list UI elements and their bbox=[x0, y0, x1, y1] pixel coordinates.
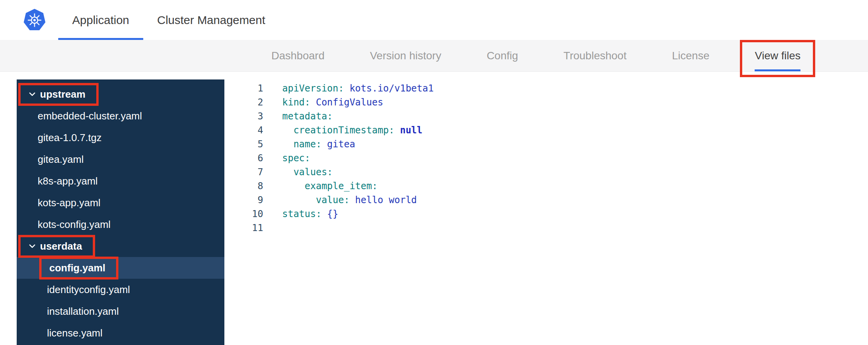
tree-item-gitea-1-0-7-tgz[interactable]: gitea-1.0.7.tgz bbox=[17, 127, 224, 148]
code-token: status: bbox=[282, 209, 321, 219]
code-token: name: bbox=[293, 139, 321, 150]
code-line[interactable]: name: gitea bbox=[282, 137, 868, 151]
nav-tab-view-files[interactable]: View files bbox=[755, 40, 800, 71]
tree-item-content: identityconfig.yaml bbox=[47, 284, 130, 296]
tree-item-userdata[interactable]: userdata bbox=[17, 235, 224, 257]
code-line[interactable]: example_item: bbox=[282, 179, 868, 193]
line-number: 8 bbox=[224, 179, 263, 193]
tree-item-kots-app-yaml[interactable]: kots-app.yaml bbox=[17, 192, 224, 214]
chevron-down-icon[interactable] bbox=[28, 90, 36, 98]
app-nav-bar: DashboardVersion historyConfigTroublesho… bbox=[0, 40, 868, 72]
code-token bbox=[282, 167, 293, 178]
tree-item-label: gitea-1.0.7.tgz bbox=[38, 132, 102, 144]
tree-item-label: kots-config.yaml bbox=[38, 219, 111, 231]
code-token: apiVersion: bbox=[282, 83, 344, 94]
nav-tab-troubleshoot[interactable]: Troubleshoot bbox=[564, 40, 627, 71]
top-tab-cluster-management[interactable]: Cluster Management bbox=[143, 0, 279, 40]
tree-item-label: embedded-cluster.yaml bbox=[38, 110, 142, 122]
tree-item-label: gitea.yaml bbox=[38, 154, 84, 166]
code-token: metadata: bbox=[282, 111, 333, 122]
tree-item-config-yaml[interactable]: config.yaml bbox=[17, 257, 224, 279]
tree-item-content: kots-app.yaml bbox=[38, 197, 101, 209]
tree-item-content: gitea.yaml bbox=[38, 154, 84, 166]
code-line[interactable]: kind: ConfigValues bbox=[282, 95, 868, 109]
tree-item-embedded-cluster-yaml[interactable]: embedded-cluster.yaml bbox=[17, 105, 224, 127]
nav-tab-config[interactable]: Config bbox=[487, 40, 518, 71]
line-number: 2 bbox=[224, 95, 263, 109]
annotation-box: upstream bbox=[18, 83, 99, 106]
top-header: ApplicationCluster Management bbox=[0, 0, 868, 40]
nav-tab-license[interactable]: License bbox=[672, 40, 710, 71]
code-token: null bbox=[400, 125, 422, 136]
tree-item-label: k8s-app.yaml bbox=[38, 175, 98, 187]
line-number: 1 bbox=[224, 81, 263, 95]
tree-item-label: upstream bbox=[40, 88, 85, 100]
code-token: creationTimestamp: bbox=[293, 125, 394, 136]
code-token: kind: bbox=[282, 97, 310, 108]
editor-gutter: 1234567891011 bbox=[224, 81, 263, 345]
code-token: ConfigValues bbox=[316, 97, 383, 108]
annotation-box: config.yaml bbox=[39, 257, 118, 279]
top-tab-application[interactable]: Application bbox=[58, 0, 143, 40]
line-number: 7 bbox=[224, 165, 263, 179]
code-token bbox=[282, 181, 305, 191]
code-line[interactable]: status: {} bbox=[282, 207, 868, 221]
code-line[interactable]: creationTimestamp: null bbox=[282, 123, 868, 137]
tree-item-label: config.yaml bbox=[49, 262, 105, 274]
code-line[interactable]: values: bbox=[282, 165, 868, 179]
code-token: {} bbox=[327, 209, 339, 219]
tree-item-installation-yaml[interactable]: installation.yaml bbox=[17, 300, 224, 322]
annotation-box: userdata bbox=[18, 235, 95, 258]
code-token: gitea bbox=[327, 139, 355, 150]
nav-tab-dashboard[interactable]: Dashboard bbox=[271, 40, 325, 71]
chevron-down-icon[interactable] bbox=[28, 242, 36, 250]
line-number: 5 bbox=[224, 137, 263, 151]
code-token: spec: bbox=[282, 153, 310, 164]
code-token bbox=[349, 195, 355, 205]
tree-item-content: kots-config.yaml bbox=[38, 219, 111, 231]
code-line[interactable]: value: hello world bbox=[282, 193, 868, 207]
code-token bbox=[321, 209, 327, 219]
code-token: example_item: bbox=[305, 181, 378, 191]
tree-item-gitea-yaml[interactable]: gitea.yaml bbox=[17, 148, 224, 170]
tree-item-identityconfig-yaml[interactable]: identityconfig.yaml bbox=[17, 279, 224, 300]
code-token bbox=[344, 83, 349, 94]
tree-item-upstream[interactable]: upstream bbox=[17, 83, 224, 105]
tree-item-content: embedded-cluster.yaml bbox=[38, 110, 142, 122]
code-editor[interactable]: 1234567891011 apiVersion: kots.io/v1beta… bbox=[224, 72, 868, 345]
tree-item-label: installation.yaml bbox=[47, 305, 119, 317]
code-token bbox=[310, 97, 316, 108]
line-number: 3 bbox=[224, 109, 263, 123]
code-token bbox=[321, 139, 327, 150]
code-token bbox=[282, 195, 316, 205]
code-token bbox=[282, 125, 293, 136]
editor-code[interactable]: apiVersion: kots.io/v1beta1kind: ConfigV… bbox=[263, 81, 868, 345]
kubernetes-logo bbox=[23, 0, 47, 40]
tree-item-k8s-app-yaml[interactable]: k8s-app.yaml bbox=[17, 170, 224, 192]
line-number: 11 bbox=[224, 221, 263, 235]
code-token: hello world bbox=[355, 195, 417, 205]
line-number: 10 bbox=[224, 207, 263, 221]
code-token: value: bbox=[316, 195, 350, 205]
code-token: kots.io/v1beta1 bbox=[349, 83, 434, 94]
line-number: 9 bbox=[224, 193, 263, 207]
nav-tab-version-history[interactable]: Version history bbox=[370, 40, 441, 71]
tree-item-content: license.yaml bbox=[47, 327, 102, 339]
tree-item-kots-config-yaml[interactable]: kots-config.yaml bbox=[17, 214, 224, 235]
tree-item-label: license.yaml bbox=[47, 327, 102, 339]
code-line[interactable]: spec: bbox=[282, 151, 868, 165]
code-token bbox=[282, 139, 293, 150]
tree-item-license-yaml[interactable]: license.yaml bbox=[17, 322, 224, 344]
code-line[interactable] bbox=[282, 221, 868, 235]
code-line[interactable]: metadata: bbox=[282, 109, 868, 123]
code-token: values: bbox=[293, 167, 333, 178]
code-line[interactable]: apiVersion: kots.io/v1beta1 bbox=[282, 81, 868, 95]
tree-item-content: installation.yaml bbox=[47, 305, 119, 317]
kots-admin-console: ApplicationCluster Management DashboardV… bbox=[0, 0, 868, 345]
tree-item-label: userdata bbox=[40, 240, 82, 252]
tree-item-content: gitea-1.0.7.tgz bbox=[38, 132, 102, 144]
main-body: upstreamembedded-cluster.yamlgitea-1.0.7… bbox=[0, 72, 868, 345]
top-tab-bar: ApplicationCluster Management bbox=[58, 0, 279, 40]
line-number: 6 bbox=[224, 151, 263, 165]
tree-item-content: k8s-app.yaml bbox=[38, 175, 98, 187]
